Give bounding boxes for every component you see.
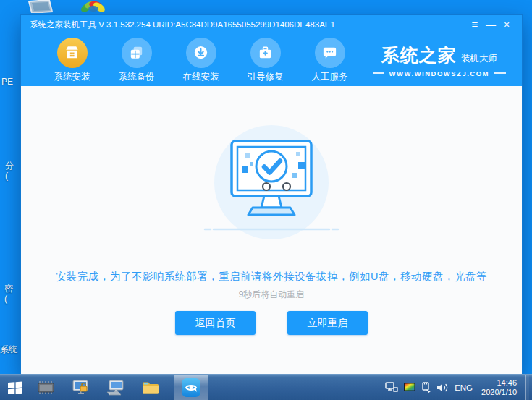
brand-website: WWW.WINDOWSZJ.COM bbox=[389, 69, 489, 77]
desktop-label-fragment[interactable]: PE bbox=[1, 77, 13, 87]
boot-repair-icon bbox=[250, 38, 281, 68]
taskbar-zhuangji-app-active[interactable] bbox=[174, 375, 208, 400]
window-title: 系统之家装机工具 V 3.1.532.254 URID:A5C84DD9A165… bbox=[30, 20, 467, 30]
nav-label: 人工服务 bbox=[312, 71, 348, 83]
restart-button[interactable]: 立即重启 bbox=[287, 311, 368, 335]
logo-dash bbox=[494, 72, 506, 74]
taskbar-file-explorer[interactable] bbox=[136, 375, 165, 400]
minimize-icon[interactable]: — bbox=[483, 20, 499, 30]
monitor-lock-icon bbox=[72, 380, 90, 396]
volume-tray-icon[interactable] bbox=[436, 383, 449, 393]
display-color-tray-icon[interactable] bbox=[404, 383, 415, 392]
nav-item-online-install[interactable]: 在线安装 bbox=[169, 38, 233, 83]
app-window: 系统之家装机工具 V 3.1.532.254 URID:A5C84DD9A165… bbox=[20, 14, 523, 374]
system-tray: ENG 14:46 2020/1/10 bbox=[385, 375, 532, 400]
nav-label: 引导修复 bbox=[248, 71, 284, 83]
nav-label: 在线安装 bbox=[183, 71, 219, 83]
main-content: 安装完成，为了不影响系统部署，重启前请将外接设备拔掉，例如U盘，移动硬盘，光盘等… bbox=[21, 86, 522, 375]
start-button[interactable] bbox=[0, 375, 30, 400]
monitor-check-illustration bbox=[192, 134, 351, 242]
taskbar-computer-app[interactable] bbox=[101, 375, 130, 400]
desktop: PE 分( 密( 系统 系统之家装机工具 V 3.1.532.254 URID:… bbox=[0, 0, 532, 400]
titlebar: 系统之家装机工具 V 3.1.532.254 URID:A5C84DD9A165… bbox=[21, 15, 522, 34]
button-row: 返回首页 立即重启 bbox=[21, 311, 522, 335]
support-service-icon bbox=[315, 38, 345, 68]
nav-item-system-install[interactable]: 系统安装 bbox=[40, 38, 104, 83]
nav-item-system-backup[interactable]: 系统备份 bbox=[104, 38, 169, 83]
memory-chip-icon bbox=[37, 380, 56, 395]
clock[interactable]: 14:46 2020/1/10 bbox=[478, 378, 520, 397]
monitor-keyboard-icon bbox=[106, 380, 125, 396]
system-install-icon bbox=[57, 38, 88, 68]
close-icon[interactable]: × bbox=[499, 20, 515, 30]
desktop-label-fragment[interactable]: 密( bbox=[4, 284, 14, 304]
network-tray-icon[interactable] bbox=[385, 382, 398, 393]
home-button[interactable]: 返回首页 bbox=[175, 311, 256, 335]
logo-dash bbox=[373, 72, 384, 74]
brand-name: 系统之家 bbox=[381, 43, 457, 67]
menu-icon[interactable]: ≡ bbox=[467, 20, 483, 30]
brand-tagline: 装机大师 bbox=[461, 53, 497, 65]
nav-label: 系统备份 bbox=[119, 71, 155, 83]
usb-eject-tray-icon[interactable] bbox=[421, 382, 431, 393]
folder-icon bbox=[141, 380, 160, 395]
show-desktop-button[interactable] bbox=[525, 375, 529, 400]
nav-item-boot-repair[interactable]: 引导修复 bbox=[233, 38, 297, 83]
desktop-label-fragment[interactable]: 系统 bbox=[0, 344, 17, 354]
desktop-label-fragment[interactable]: 分( bbox=[5, 161, 14, 181]
install-complete-message: 安装完成，为了不影响系统部署，重启前请将外接设备拔掉，例如U盘，移动硬盘，光盘等 bbox=[21, 270, 522, 284]
clock-time: 14:46 bbox=[481, 378, 517, 388]
windows-logo-icon bbox=[7, 380, 23, 394]
auto-restart-countdown: 9秒后将自动重启 bbox=[21, 289, 522, 301]
clock-date: 2020/1/10 bbox=[481, 388, 517, 397]
language-indicator[interactable]: ENG bbox=[455, 383, 473, 392]
zhuangji-app-icon bbox=[181, 378, 201, 398]
taskbar-secure-system-app[interactable] bbox=[67, 375, 96, 400]
nav-bar: 系统安装 系统备份 bbox=[21, 34, 522, 86]
taskbar: ENG 14:46 2020/1/10 bbox=[0, 374, 532, 400]
desktop-monitor-icon[interactable] bbox=[28, 0, 54, 16]
nav-label: 系统安装 bbox=[54, 71, 90, 83]
system-backup-icon bbox=[122, 38, 152, 68]
brand-logo: 系统之家 装机大师 WWW.WINDOWSZJ.COM bbox=[373, 43, 506, 77]
nav-item-support-service[interactable]: 人工服务 bbox=[297, 38, 362, 83]
online-install-icon bbox=[186, 38, 216, 68]
taskbar-chip-app[interactable] bbox=[32, 375, 61, 400]
